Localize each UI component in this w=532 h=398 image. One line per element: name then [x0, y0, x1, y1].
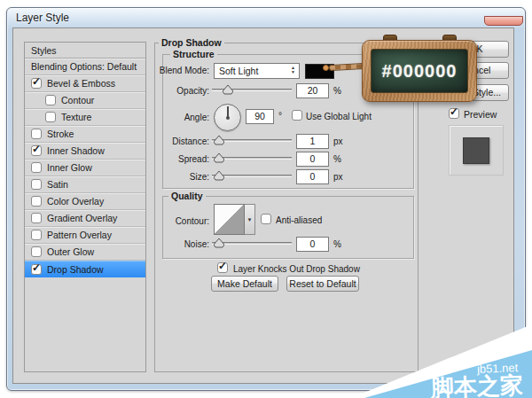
anti-aliased-checkbox[interactable] [261, 214, 271, 224]
checkbox-unchecked[interactable] [45, 95, 56, 105]
close-button[interactable] [484, 16, 523, 26]
dialog-titlebar[interactable]: Layer Style [7, 8, 525, 27]
check-icon: ✓ [32, 143, 41, 155]
panel-title: Drop Shadow [159, 37, 224, 48]
chalkboard-surface: #000000 [371, 49, 468, 93]
noise-unit: % [333, 239, 341, 249]
angle-input[interactable]: 90 [246, 109, 274, 124]
angle-unit: ° [278, 111, 282, 121]
spinner-icon: ▲ ▼ [291, 66, 295, 74]
arrow-down-icon: ▼ [291, 70, 295, 74]
checkbox-unchecked[interactable] [31, 230, 42, 240]
checkbox-checked[interactable]: ✓ [31, 78, 42, 89]
opacity-slider[interactable] [212, 85, 292, 95]
angle-hub [226, 116, 230, 120]
use-global-light-label: Use Global Light [306, 112, 386, 121]
check-icon: ✓ [450, 105, 458, 118]
sidebar-item-contour[interactable]: Contour [25, 92, 145, 109]
slider-thumb[interactable] [214, 153, 224, 163]
chalkboard: #000000 [362, 40, 477, 102]
knockout-checkbox[interactable]: ✓ [217, 262, 228, 273]
arrow-down-icon: ▼ [247, 217, 253, 222]
noise-slider[interactable] [212, 238, 292, 248]
checkbox-unchecked[interactable] [31, 129, 42, 139]
sidebar-item-pattern-overlay[interactable]: Pattern Overlay [25, 227, 145, 244]
noise-input[interactable]: 0 [296, 237, 329, 252]
spread-input[interactable]: 0 [296, 152, 329, 167]
sidebar-item-drop-shadow[interactable]: ✓ Drop Shadow [25, 261, 145, 277]
contour-dropdown-arrow[interactable]: ▼ [245, 204, 255, 235]
checkbox-checked[interactable]: ✓ [31, 145, 42, 156]
slider-thumb[interactable] [214, 171, 224, 181]
sidebar-item-blending-options[interactable]: Blending Options: Default [25, 59, 145, 75]
sidebar-item-stroke[interactable]: Stroke [25, 126, 145, 143]
quality-legend: Quality [168, 191, 206, 201]
opacity-input[interactable]: 20 [296, 83, 329, 98]
checkbox-unchecked[interactable] [45, 112, 56, 122]
preview-checkbox[interactable]: ✓ [449, 108, 459, 119]
sidebar-item-inner-glow[interactable]: Inner Glow [25, 160, 145, 176]
style-item-label: Inner Glow [47, 162, 92, 173]
checkbox-unchecked[interactable] [31, 179, 42, 190]
slider-thumb[interactable] [214, 238, 224, 248]
style-item-label: Gradient Overlay [47, 213, 117, 223]
preview-label: Preview [464, 109, 517, 120]
checkbox-checked[interactable]: ✓ [31, 264, 42, 275]
spread-label: Spread: [145, 154, 209, 164]
blend-mode-value: Soft Light [219, 66, 258, 76]
distance-label: Distance: [145, 137, 209, 146]
slider-thumb[interactable] [223, 85, 233, 95]
sidebar-item-texture[interactable]: Texture [25, 109, 145, 126]
style-item-label: Pattern Overlay [47, 230, 112, 240]
watermark-name-text: 脚本之家 [430, 370, 523, 398]
size-input[interactable]: 0 [296, 169, 329, 184]
checkbox-unchecked[interactable] [31, 196, 42, 207]
pointer-tip-dot [323, 65, 329, 71]
styles-header-label: Styles [31, 45, 57, 56]
slider-thumb[interactable] [214, 136, 224, 145]
angle-label: Angle: [145, 113, 209, 122]
style-item-label: Drop Shadow [47, 264, 104, 275]
dialog-title: Layer Style [16, 12, 69, 24]
screenshot-root: Layer Style Styles Blending Options: Def… [0, 0, 532, 398]
sidebar-item-satin[interactable]: Satin [25, 176, 145, 193]
reset-to-default-button[interactable]: Reset to Default [286, 276, 359, 292]
contour-label: Contour: [145, 216, 209, 226]
spread-slider[interactable] [212, 153, 292, 163]
style-item-label: Blending Options: Default [31, 61, 137, 72]
opacity-label: Opacity: [145, 86, 209, 96]
checkbox-unchecked[interactable] [31, 246, 42, 257]
style-item-label: Texture [61, 112, 91, 122]
preview-area [449, 125, 504, 176]
check-icon: ✓ [32, 75, 41, 88]
sidebar-item-gradient-overlay[interactable]: Gradient Overlay [25, 210, 145, 227]
hex-color-text: #000000 [382, 61, 458, 82]
angle-dial[interactable] [214, 104, 241, 131]
check-icon: ✓ [218, 260, 227, 272]
anti-aliased-label: Anti-aliased [276, 215, 338, 225]
contour-picker[interactable] [214, 204, 245, 235]
style-item-label: Satin [47, 179, 68, 190]
blend-mode-select[interactable]: Soft Light ▲ ▼ [214, 63, 300, 79]
distance-input[interactable]: 1 [296, 134, 329, 149]
checkbox-unchecked[interactable] [31, 213, 42, 223]
sidebar-item-color-overlay[interactable]: Color Overlay [25, 193, 145, 210]
make-default-button[interactable]: Make Default [211, 276, 278, 292]
styles-list-header: Styles [25, 43, 145, 59]
style-item-label: Color Overlay [47, 196, 104, 207]
use-global-light-checkbox[interactable] [292, 110, 302, 121]
size-slider[interactable] [212, 171, 292, 181]
preview-thumbnail [463, 137, 489, 164]
sidebar-item-bevel-emboss[interactable]: ✓ Bevel & Emboss [25, 75, 145, 92]
opacity-unit: % [333, 86, 341, 96]
spread-unit: % [333, 154, 341, 164]
size-unit: px [333, 172, 343, 182]
sidebar-item-outer-glow[interactable]: Outer Glow [25, 244, 145, 261]
checkbox-unchecked[interactable] [31, 162, 42, 173]
distance-slider[interactable] [212, 136, 292, 145]
style-item-label: Inner Shadow [47, 145, 105, 156]
styles-list: Styles Blending Options: Default ✓ Bevel… [24, 42, 146, 372]
size-label: Size: [145, 172, 209, 182]
sidebar-item-inner-shadow[interactable]: ✓ Inner Shadow [25, 143, 145, 160]
style-item-label: Bevel & Emboss [47, 78, 115, 89]
